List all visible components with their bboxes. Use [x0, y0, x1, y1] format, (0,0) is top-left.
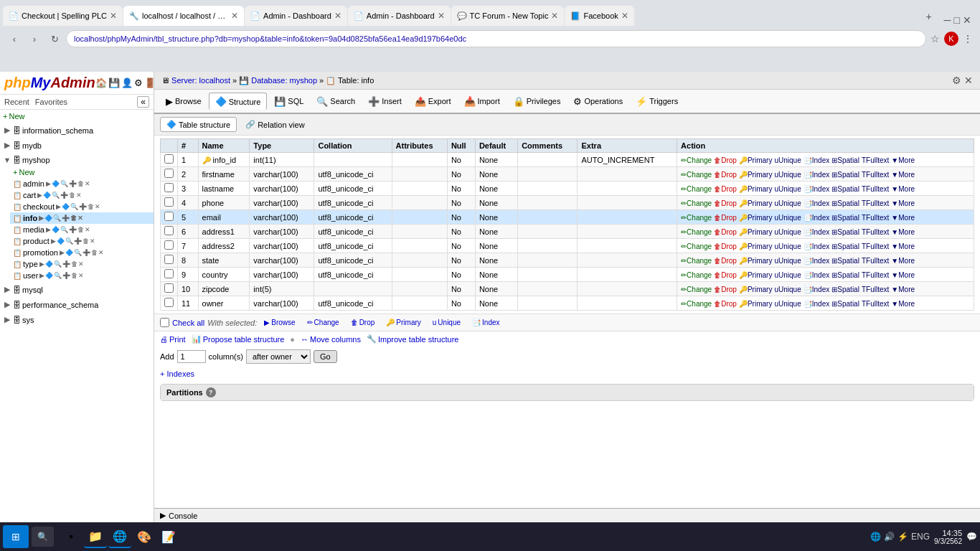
- profile-icon[interactable]: K: [944, 32, 958, 46]
- browse-icon[interactable]: ▶: [51, 237, 56, 245]
- check-all-checkbox[interactable]: [160, 318, 169, 327]
- row-checkbox[interactable]: [164, 226, 174, 235]
- drop-icon[interactable]: ✕: [78, 272, 84, 279]
- action-drop[interactable]: 🗑Drop: [714, 199, 737, 207]
- user-icon[interactable]: 👤: [121, 77, 133, 88]
- nav-item-import[interactable]: 📥Import: [458, 93, 506, 110]
- browser-tab[interactable]: 🔧localhost / localhost / m...✕: [123, 6, 244, 26]
- action-fulltext[interactable]: TFulltext: [862, 156, 889, 164]
- action-change[interactable]: ✏Change: [681, 228, 712, 236]
- empty-icon[interactable]: 🗑: [71, 272, 77, 279]
- action-drop[interactable]: 🗑Drop: [714, 286, 737, 293]
- add-position-select[interactable]: after ownerat beginningat end: [246, 349, 311, 364]
- move-columns-link[interactable]: ↔Move columns: [301, 335, 361, 344]
- insert-icon[interactable]: ➕: [62, 272, 70, 279]
- struct-icon[interactable]: 🔷: [52, 226, 60, 233]
- search-icon[interactable]: 🔍: [52, 192, 60, 199]
- struct-icon[interactable]: 🔷: [57, 237, 65, 245]
- struct-icon[interactable]: 🔷: [44, 215, 52, 222]
- check-all-link[interactable]: Check all: [172, 319, 204, 327]
- sidebar-db-row-mydb[interactable]: ▶🗄mydb: [0, 138, 154, 152]
- action-primary[interactable]: 🔑Primary: [739, 199, 772, 207]
- action-primary[interactable]: 🔑Primary: [739, 257, 772, 265]
- maximize-button[interactable]: □: [954, 14, 960, 26]
- action-more[interactable]: ▼More: [891, 199, 915, 207]
- action-fulltext[interactable]: TFulltext: [862, 199, 889, 207]
- action-index[interactable]: 📑Index: [804, 271, 829, 279]
- action-spatial[interactable]: ⊞Spatial: [831, 300, 859, 308]
- search-icon[interactable]: 🔍: [54, 272, 62, 279]
- action-index[interactable]: 📑Index: [804, 199, 829, 207]
- action-spatial[interactable]: ⊞Spatial: [831, 214, 859, 222]
- tab-bar[interactable]: 📄Checkout | Spelling PLC✕🔧localhost / lo…: [0, 0, 980, 26]
- sidebar-db-row-mysql[interactable]: ▶🗄mysql: [0, 283, 154, 296]
- action-index[interactable]: 📑Index: [804, 171, 829, 179]
- action-change[interactable]: ✏Change: [681, 156, 712, 164]
- sidebar-table-info[interactable]: 📋 info ▶ 🔷 🔍 ➕ 🗑 ✕: [10, 212, 154, 224]
- empty-icon[interactable]: 🗑: [88, 203, 94, 210]
- action-unique[interactable]: uUnique: [774, 185, 801, 193]
- action-drop[interactable]: 🗑Drop: [714, 228, 737, 236]
- tab-close-icon[interactable]: ✕: [334, 11, 341, 21]
- drop-icon[interactable]: ✕: [77, 215, 83, 222]
- forward-button[interactable]: ›: [26, 30, 43, 47]
- bottom-primary-btn[interactable]: 🔑Primary: [382, 317, 425, 328]
- bottom-unique-btn[interactable]: uUnique: [428, 317, 465, 328]
- action-fulltext[interactable]: TFulltext: [862, 171, 889, 179]
- sidebar-new-table-link[interactable]: +New: [10, 166, 154, 178]
- minimize-button[interactable]: ─: [944, 14, 951, 26]
- add-columns-input[interactable]: [177, 350, 206, 363]
- row-checkbox[interactable]: [164, 197, 174, 207]
- start-button[interactable]: ⊞: [3, 525, 29, 548]
- action-primary[interactable]: 🔑Primary: [739, 242, 772, 250]
- drop-icon[interactable]: ✕: [98, 249, 104, 256]
- action-primary[interactable]: 🔑Primary: [739, 185, 772, 193]
- insert-icon[interactable]: ➕: [62, 260, 70, 268]
- action-unique[interactable]: uUnique: [774, 242, 801, 250]
- row-checkbox[interactable]: [164, 298, 174, 307]
- sidebar-table-admin[interactable]: 📋 admin ▶ 🔷 🔍 ➕ 🗑 ✕: [10, 178, 154, 189]
- action-unique[interactable]: uUnique: [774, 214, 801, 222]
- bottom-browse-btn[interactable]: ▶Browse: [260, 317, 299, 328]
- struct-icon[interactable]: 🔷: [52, 180, 60, 187]
- empty-icon[interactable]: 🗑: [77, 226, 84, 233]
- drop-icon[interactable]: ✕: [85, 226, 90, 233]
- sidebar-table-cart[interactable]: 📋 cart ▶ 🔷 🔍 ➕ 🗑 ✕: [10, 189, 154, 201]
- action-spatial[interactable]: ⊞Spatial: [831, 242, 859, 250]
- row-checkbox[interactable]: [164, 269, 174, 278]
- row-checkbox[interactable]: [164, 183, 174, 192]
- empty-icon[interactable]: 🗑: [83, 237, 89, 245]
- row-checkbox[interactable]: [164, 240, 174, 250]
- sub-nav-relation_view[interactable]: 🔗Relation view: [240, 118, 310, 131]
- action-fulltext[interactable]: TFulltext: [862, 271, 889, 279]
- action-index[interactable]: 📑Index: [804, 185, 829, 193]
- settings-icon[interactable]: ⚙: [134, 77, 143, 88]
- drop-icon[interactable]: ✕: [76, 192, 82, 199]
- action-drop[interactable]: 🗑Drop: [714, 242, 737, 250]
- action-more[interactable]: ▼More: [891, 228, 915, 236]
- action-change[interactable]: ✏Change: [681, 257, 712, 265]
- back-button[interactable]: ‹: [6, 30, 23, 47]
- sidebar-table-product[interactable]: 📋 product ▶ 🔷 🔍 ➕ 🗑 ✕: [10, 235, 154, 247]
- tab-close-icon[interactable]: ✕: [621, 11, 628, 21]
- sub-nav-table_structure[interactable]: 🔷Table structure: [160, 117, 237, 132]
- bottom-drop-btn[interactable]: 🗑Drop: [347, 317, 380, 328]
- action-drop[interactable]: 🗑Drop: [714, 300, 737, 308]
- browse-icon[interactable]: ▶: [60, 249, 65, 256]
- row-checkbox[interactable]: [164, 212, 174, 221]
- action-change[interactable]: ✏Change: [681, 286, 712, 293]
- sidebar-table-promotion[interactable]: 📋 promotion ▶ 🔷 🔍 ➕ 🗑 ✕: [10, 247, 154, 258]
- action-fulltext[interactable]: TFulltext: [862, 300, 889, 308]
- nav-item-insert[interactable]: ➕Insert: [362, 93, 407, 110]
- action-fulltext[interactable]: TFulltext: [862, 185, 889, 193]
- nav-item-triggers[interactable]: ⚡Triggers: [630, 93, 684, 110]
- insert-icon[interactable]: ➕: [79, 203, 87, 210]
- taskbar-task-view[interactable]: ▪: [60, 525, 83, 548]
- volume-icon[interactable]: 🔊: [884, 532, 895, 542]
- action-change[interactable]: ✏Change: [681, 214, 712, 222]
- action-drop[interactable]: 🗑Drop: [714, 214, 737, 222]
- insert-icon[interactable]: ➕: [60, 192, 68, 199]
- action-drop[interactable]: 🗑Drop: [714, 271, 737, 279]
- action-more[interactable]: ▼More: [891, 257, 915, 265]
- empty-icon[interactable]: 🗑: [77, 180, 84, 187]
